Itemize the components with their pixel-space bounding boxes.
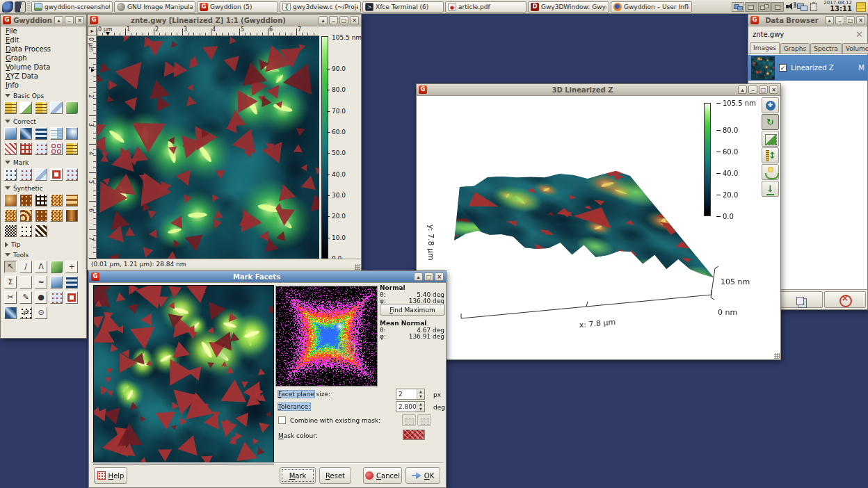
shade-button[interactable] bbox=[738, 86, 747, 94]
3d-window-titlebar[interactable]: 3D Linearized Z bbox=[417, 84, 780, 96]
grain-filter-icon[interactable] bbox=[35, 168, 47, 181]
copy-data-button[interactable] bbox=[780, 291, 823, 308]
watershed-icon[interactable] bbox=[65, 168, 78, 181]
mask-intersect-button[interactable] bbox=[402, 414, 416, 426]
workspace-1[interactable] bbox=[732, 2, 744, 12]
section-tip[interactable]: Tip bbox=[1, 238, 86, 249]
rotate-mode-button[interactable] bbox=[762, 114, 779, 130]
taskbar-window-button[interactable]: Gwy3DWindow: Gwyddi... bbox=[528, 1, 609, 13]
taskbar-window-button[interactable]: gwyddion-screenshot-... bbox=[31, 1, 113, 13]
menu-data-process[interactable]: Data Process bbox=[1, 44, 86, 54]
gradient-icon[interactable] bbox=[65, 127, 78, 140]
spin-up-icon[interactable]: ▲ bbox=[417, 402, 424, 407]
remove-spots-icon[interactable] bbox=[50, 143, 63, 155]
taskbar-window-button[interactable]: Xfce Terminal (6) bbox=[362, 1, 444, 13]
roughness-icon[interactable]: ≈ bbox=[35, 276, 47, 288]
close-button[interactable] bbox=[435, 273, 444, 281]
menu-info[interactable]: Info bbox=[1, 81, 86, 90]
shade-button[interactable] bbox=[319, 16, 328, 24]
spin-down-icon[interactable]: ▼ bbox=[417, 407, 424, 412]
afm-image[interactable] bbox=[97, 36, 319, 259]
taskbar-window-button[interactable]: Gwyddion – User Influe... bbox=[611, 1, 692, 13]
remove-background-icon[interactable] bbox=[19, 127, 32, 140]
tab-volume[interactable]: Volume bbox=[842, 43, 868, 54]
merge-icon[interactable]: ⇄ bbox=[19, 307, 32, 319]
resize-grip[interactable] bbox=[774, 353, 780, 359]
minimize-button[interactable] bbox=[65, 16, 74, 24]
ok-button[interactable]: OK bbox=[405, 467, 440, 484]
columnar-icon[interactable] bbox=[19, 225, 32, 237]
menu-edit[interactable]: Edit bbox=[1, 35, 86, 44]
resize-grip[interactable] bbox=[355, 264, 360, 270]
pattern-icon[interactable] bbox=[65, 209, 78, 222]
section-correct[interactable]: Correct bbox=[1, 115, 86, 126]
close-button[interactable] bbox=[350, 16, 359, 24]
spin-up-icon[interactable]: ▲ bbox=[417, 389, 424, 394]
fix-zero-icon[interactable] bbox=[4, 101, 17, 114]
maximize-button[interactable] bbox=[759, 86, 768, 94]
combine-mask-checkbox[interactable] bbox=[278, 416, 286, 424]
clipboard-icon[interactable] bbox=[809, 1, 819, 12]
scale-mode-button[interactable] bbox=[762, 131, 779, 147]
tab-graphs[interactable]: Graphs bbox=[780, 43, 810, 54]
facet-analysis-icon[interactable] bbox=[50, 276, 63, 288]
taskbar-window-button[interactable]: Gwyddion (5) bbox=[197, 1, 278, 13]
workspace-4[interactable] bbox=[771, 2, 784, 12]
menu-volume-data[interactable]: Volume Data bbox=[1, 63, 86, 72]
read-value-icon[interactable]: + bbox=[65, 261, 78, 273]
taskbar-window-button[interactable]: GNU Image Manipulati... bbox=[114, 1, 195, 13]
minimize-button[interactable] bbox=[329, 16, 338, 24]
distance-icon[interactable]: ∕ bbox=[19, 261, 32, 273]
ruler-corner-button[interactable]: ▸ bbox=[88, 26, 97, 36]
delete-data-button[interactable] bbox=[824, 291, 867, 308]
shade-button[interactable] bbox=[825, 16, 834, 24]
objects-icon[interactable] bbox=[19, 194, 32, 206]
waves-icon[interactable] bbox=[19, 209, 32, 222]
dialog-titlebar[interactable]: Mark Facets bbox=[89, 271, 446, 283]
tab-images[interactable]: Images bbox=[750, 42, 780, 54]
particles-icon[interactable] bbox=[4, 209, 17, 222]
facet-level-icon[interactable] bbox=[65, 101, 78, 114]
maximize-button[interactable] bbox=[339, 16, 348, 24]
domains-icon[interactable] bbox=[35, 209, 47, 222]
close-file-icon[interactable]: ✕ bbox=[855, 29, 863, 40]
workspace-3[interactable] bbox=[758, 2, 771, 12]
fft-filter-icon[interactable] bbox=[19, 143, 32, 155]
grain-measure-icon[interactable] bbox=[50, 291, 63, 304]
facet-plane-size-spinbox[interactable]: 2 ▲▼ bbox=[396, 389, 425, 400]
close-button[interactable] bbox=[769, 86, 778, 94]
close-button[interactable] bbox=[75, 16, 84, 24]
data-browser-titlebar[interactable]: Data Browser bbox=[748, 15, 867, 26]
mark-disconnected-icon[interactable] bbox=[35, 143, 47, 155]
annealing-icon[interactable] bbox=[50, 209, 63, 222]
statistics-icon[interactable]: Σ bbox=[4, 276, 17, 288]
fibres-icon[interactable] bbox=[35, 225, 47, 237]
line-noise-icon[interactable] bbox=[65, 194, 78, 206]
section-mark[interactable]: Mark bbox=[1, 156, 86, 167]
workspace-pager[interactable] bbox=[732, 2, 784, 12]
display-settings-icon[interactable] bbox=[797, 1, 807, 12]
lattice-icon[interactable] bbox=[35, 194, 47, 206]
help-button[interactable]: Help bbox=[94, 467, 127, 484]
mark-button[interactable]: Mark bbox=[280, 467, 316, 484]
minimize-button[interactable] bbox=[835, 16, 844, 24]
cancel-button[interactable]: Cancel bbox=[363, 467, 402, 484]
document-flip-icon[interactable] bbox=[50, 127, 63, 140]
volume-icon[interactable]: ))) bbox=[785, 1, 796, 12]
mark-grains-icon[interactable] bbox=[4, 168, 17, 181]
menu-xyz-data[interactable]: XYZ Data bbox=[1, 72, 86, 81]
facets-preview-image[interactable] bbox=[93, 285, 274, 464]
maximize-button[interactable] bbox=[424, 273, 433, 281]
taskbar-window-button[interactable]: article.pdf bbox=[445, 1, 527, 13]
mask-editor-icon[interactable] bbox=[50, 168, 63, 181]
maximize-button[interactable] bbox=[846, 16, 855, 24]
shade-button[interactable] bbox=[414, 273, 423, 281]
facet-orientation-view[interactable] bbox=[275, 286, 378, 387]
remove-edge-grains-icon[interactable] bbox=[19, 168, 32, 181]
section-synthetic[interactable]: Synthetic bbox=[1, 182, 86, 193]
z-scale-mode-button[interactable] bbox=[762, 147, 779, 163]
color-gradient-bar[interactable] bbox=[321, 36, 328, 259]
spectral-icon[interactable] bbox=[4, 194, 17, 206]
toolbox-titlebar[interactable]: Gwyddion bbox=[1, 15, 86, 26]
remove-scars-icon[interactable] bbox=[4, 143, 17, 155]
